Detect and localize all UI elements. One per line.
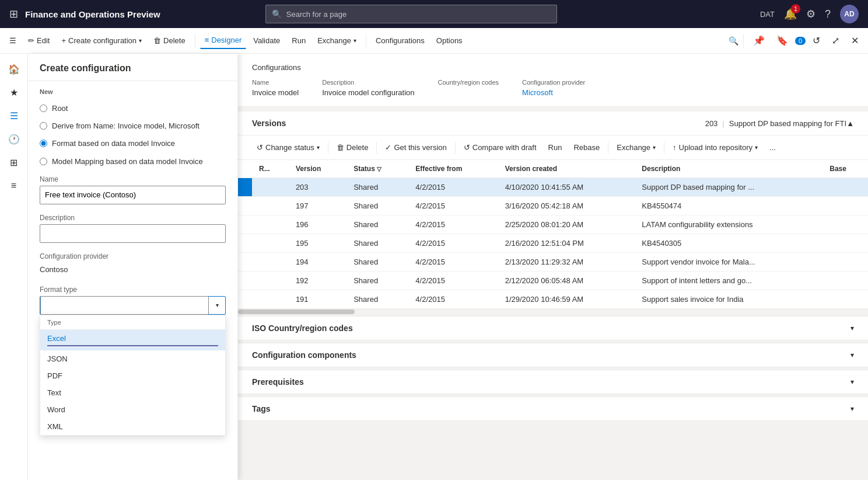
refresh-button[interactable]: ↺ xyxy=(808,32,825,50)
delete-button[interactable]: 🗑 Delete xyxy=(149,33,190,48)
new-label: New xyxy=(28,81,237,100)
name-field-container: Name xyxy=(28,171,237,209)
config-components-header[interactable]: Configuration components ▾ xyxy=(238,343,868,367)
config-name-header: Name xyxy=(252,79,299,86)
th-version-created[interactable]: Version created xyxy=(498,160,635,178)
configurations-button[interactable]: Configurations xyxy=(371,33,429,48)
radio-model-mapping[interactable]: Model Mapping based on data model Invoic… xyxy=(28,153,237,171)
change-status-button[interactable]: ↺ Change status ▾ xyxy=(252,140,324,155)
help-icon[interactable]: ? xyxy=(825,8,831,20)
versions-header: Versions 203 | Support DP based mapping … xyxy=(238,112,868,135)
table-row[interactable]: 203 Shared 4/2/2015 4/10/2020 10:41:55 A… xyxy=(238,178,868,197)
table-header-row: R... Version Status ▽ Effective from Ver… xyxy=(238,160,868,178)
bookmark-button[interactable]: 🔖 xyxy=(772,32,793,50)
dropdown-item-word[interactable]: Word xyxy=(40,401,225,418)
name-input[interactable] xyxy=(40,186,226,204)
radio-format-data[interactable]: Format based on data model Invoice xyxy=(28,135,237,152)
get-version-button[interactable]: ✓ Get this version xyxy=(380,140,451,155)
versions-chevron-up[interactable]: ▲ xyxy=(846,119,854,128)
compare-icon: ↺ xyxy=(464,143,470,152)
exchange-button[interactable]: Exchange ▾ xyxy=(313,33,361,48)
more-button[interactable]: ... xyxy=(765,140,780,155)
nav-menu-active[interactable]: ☰ xyxy=(4,105,24,126)
create-config-button[interactable]: + Create configuration ▾ xyxy=(57,33,146,48)
th-base[interactable]: Base xyxy=(822,160,868,178)
row-indicator-blue xyxy=(238,178,252,197)
nav-list[interactable]: ≡ xyxy=(4,175,24,196)
dropdown-item-json[interactable]: JSON xyxy=(40,350,225,367)
table-row[interactable]: 192 Shared 4/2/2015 2/12/2020 06:05:48 A… xyxy=(238,272,868,290)
config-provider-link[interactable]: Microsoft xyxy=(522,88,553,97)
dropdown-arrow[interactable]: ▾ xyxy=(209,297,225,314)
pin-button[interactable]: 📌 xyxy=(748,32,769,50)
notification-icon[interactable]: 🔔 1 xyxy=(784,8,797,20)
nav-grid[interactable]: ⊞ xyxy=(4,152,24,173)
search-icon: 🔍 xyxy=(272,9,282,19)
tb-sep-5 xyxy=(664,142,664,154)
maximize-button[interactable]: ⤢ xyxy=(827,32,844,50)
close-button[interactable]: ✕ xyxy=(846,32,863,50)
search-box[interactable]: 🔍 Search for a page xyxy=(265,5,557,23)
row-indicator-empty xyxy=(238,253,252,272)
dropdown-item-text[interactable]: Text xyxy=(40,384,225,401)
table-row[interactable]: 195 Shared 4/2/2015 2/16/2020 12:51:04 P… xyxy=(238,234,868,253)
command-bar: ☰ ✏ Edit + Create configuration ▾ 🗑 Dele… xyxy=(0,28,868,54)
table-row[interactable]: 197 Shared 4/2/2015 3/16/2020 05:42:18 A… xyxy=(238,197,868,215)
dropdown-item-xml[interactable]: XML xyxy=(40,418,225,435)
th-row-num[interactable]: R... xyxy=(252,160,289,178)
iso-country-header[interactable]: ISO Country/region codes ▾ xyxy=(238,316,868,340)
cell-version-195: 195 xyxy=(289,234,346,253)
table-row[interactable]: 196 Shared 4/2/2015 2/25/2020 08:01:20 A… xyxy=(238,215,868,234)
notification-badge: 1 xyxy=(791,4,800,13)
th-effective-from[interactable]: Effective from xyxy=(408,160,498,178)
format-type-dropdown[interactable]: ▾ Type Excel JSON PDF Text Word XML xyxy=(40,296,226,315)
iso-country-title: ISO Country/region codes xyxy=(252,324,850,333)
search-cmd-icon[interactable]: 🔍 xyxy=(729,36,738,46)
cell-version-192: 192 xyxy=(289,272,346,290)
scrollbar-thumb[interactable] xyxy=(238,309,355,314)
name-label: Name xyxy=(40,175,226,183)
search-placeholder: Search for a page xyxy=(286,10,346,19)
cell-created-196: 2/25/2020 08:01:20 AM xyxy=(498,215,635,234)
separator-2 xyxy=(366,34,366,48)
exchange-versions-button[interactable]: Exchange ▾ xyxy=(612,140,660,155)
hamburger-button[interactable]: ☰ xyxy=(5,33,21,48)
user-avatar[interactable]: AD xyxy=(840,5,859,23)
validate-button[interactable]: Validate xyxy=(249,33,285,48)
versions-delete-button[interactable]: 🗑 Delete xyxy=(332,140,373,155)
prerequisites-header[interactable]: Prerequisites ▾ xyxy=(238,370,868,394)
designer-button[interactable]: ≡ Designer xyxy=(200,32,247,49)
settings-icon[interactable]: ⚙ xyxy=(806,8,816,20)
dropdown-wrapper[interactable]: ▾ xyxy=(40,296,226,315)
radio-derive[interactable]: Derive from Name: Invoice model, Microso… xyxy=(28,117,237,135)
cell-desc-196: LATAM configurability extensions xyxy=(635,215,822,234)
description-input[interactable] xyxy=(40,224,226,243)
th-description[interactable]: Description xyxy=(635,160,822,178)
config-provider-header: Configuration provider xyxy=(522,79,585,86)
horizontal-scrollbar[interactable] xyxy=(238,309,868,314)
dropdown-item-pdf[interactable]: PDF xyxy=(40,367,225,384)
grid-icon[interactable]: ⊞ xyxy=(9,8,18,20)
th-status[interactable]: Status ▽ xyxy=(346,160,408,178)
dropdown-item-excel[interactable]: Excel xyxy=(40,330,225,350)
table-row[interactable]: 194 Shared 4/2/2015 2/13/2020 11:29:32 A… xyxy=(238,253,868,272)
th-version[interactable]: Version xyxy=(289,160,346,178)
config-components-title: Configuration components xyxy=(252,350,850,360)
options-button[interactable]: Options xyxy=(432,33,467,48)
nav-star[interactable]: ★ xyxy=(4,82,24,103)
nav-home[interactable]: 🏠 xyxy=(4,58,24,79)
trash-icon: 🗑 xyxy=(153,36,161,45)
versions-run-button[interactable]: Run xyxy=(544,140,567,155)
radio-root[interactable]: Root xyxy=(28,100,237,117)
upload-repo-button[interactable]: ↑ Upload into repository ▾ xyxy=(668,140,762,155)
cell-rownum xyxy=(252,253,289,272)
edit-button[interactable]: ✏ Edit xyxy=(23,33,54,48)
run-button[interactable]: Run xyxy=(287,33,310,48)
format-type-input[interactable] xyxy=(40,296,209,315)
edit-icon: ✏ xyxy=(28,36,34,45)
nav-clock[interactable]: 🕐 xyxy=(4,128,24,149)
table-row[interactable]: 191 Shared 4/2/2015 1/29/2020 10:46:59 A… xyxy=(238,290,868,309)
tags-header[interactable]: Tags ▾ xyxy=(238,397,868,421)
rebase-button[interactable]: Rebase xyxy=(569,140,604,155)
compare-draft-button[interactable]: ↺ Compare with draft xyxy=(459,140,541,155)
